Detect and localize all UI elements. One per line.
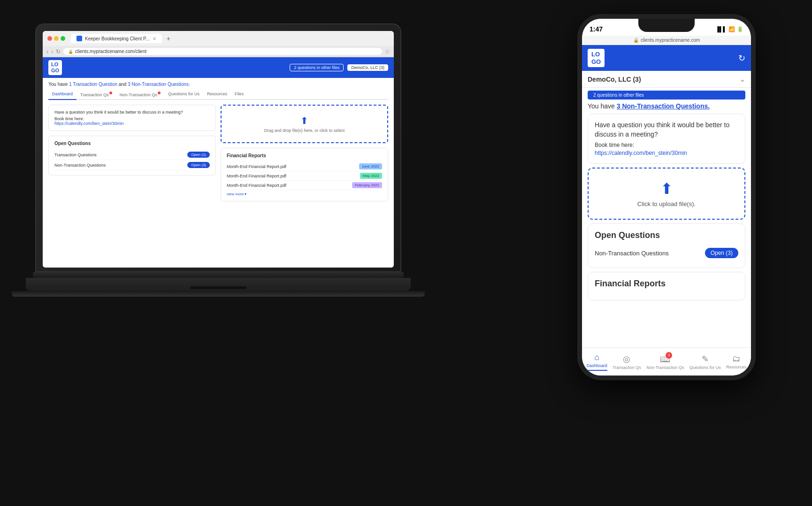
tab-questions-for-us[interactable]: Questions for Us — [164, 90, 203, 99]
scene: Keeper Bookkeeping Client P... ✕ + ‹ › ↻… — [0, 0, 812, 506]
resources-icon: 🗂 — [732, 354, 741, 364]
phone-open-questions: Open Questions Non-Transaction Questions… — [588, 223, 745, 268]
transaction-questions-label: Transaction Questions — [54, 153, 97, 157]
tabs-row: Dashboard Transaction Qs Non-Transaction… — [48, 90, 388, 100]
nav-transaction-label: Transaction Qs — [613, 365, 641, 370]
open-questions-card: Open Questions Transaction Questions Ope… — [48, 136, 216, 176]
nav-dashboard[interactable]: ⌂ Dashboard — [587, 353, 607, 371]
transaction-question-row: Transaction Questions Open (1) — [54, 150, 210, 160]
questions-in-other-files-badge[interactable]: 2 questions in other files — [290, 64, 344, 71]
phone-upload-icon: ⬆ — [600, 180, 733, 198]
url-lock-icon: 🔒 — [633, 38, 639, 43]
phone-upload-text: Click to upload file(s). — [600, 200, 733, 207]
phone-open-badge[interactable]: Open (3) — [705, 248, 738, 258]
reload-button[interactable]: ↻ — [56, 48, 61, 55]
dashboard-content: Have a question you think it would be be… — [48, 105, 388, 201]
nav-active-underline — [587, 370, 607, 371]
add-tab-icon[interactable]: + — [165, 35, 172, 42]
tab-dashboard[interactable]: Dashboard — [48, 90, 77, 100]
non-transaction-open-badge[interactable]: Open (3) — [187, 162, 210, 168]
upload-zone[interactable]: ⬆ Drag and drop file(s) here, or click t… — [221, 105, 388, 143]
left-column: Have a question you think it would be be… — [48, 105, 216, 201]
nav-resources-label: Resources — [726, 365, 746, 369]
logo-line2: GO — [51, 68, 59, 74]
phone-client-name: DemoCo, LLC (3) — [588, 76, 641, 83]
transaction-open-badge[interactable]: Open (1) — [187, 152, 210, 158]
nav-non-transaction-qs[interactable]: 📖 3 Non-Transaction Qs — [646, 354, 684, 370]
address-bar[interactable]: 🔒 clients.mypracticename.com/client — [63, 48, 382, 55]
chevron-down-icon: ▾ — [245, 192, 246, 196]
transaction-question-link[interactable]: 1 Transaction Question — [69, 82, 117, 87]
battery-icon: 🔋 — [737, 26, 743, 32]
phone-url-text: clients.mypracticename.com — [641, 38, 700, 43]
phone-calendly-link[interactable]: https://calendly.com/ben_stein/30min — [595, 150, 687, 156]
back-button[interactable]: ‹ — [46, 48, 48, 55]
tab-non-transaction-qs[interactable]: Non-Transaction Qs — [116, 90, 164, 99]
phone-client-row[interactable]: DemoCo, LLC (3) ⌄ — [582, 71, 751, 88]
minimize-dot[interactable] — [54, 36, 59, 41]
forward-button[interactable]: › — [51, 48, 53, 55]
date-badge-june: June 2022 — [359, 163, 382, 169]
upload-text: Drag and drop file(s) here, or click to … — [227, 128, 382, 133]
tab-transaction-qs[interactable]: Transaction Qs — [77, 90, 116, 99]
non-transaction-question-row: Non-Transaction Questions Open (3) — [54, 160, 210, 170]
nav-questions-label: Questions for Us — [689, 365, 721, 370]
app-body: You have 1 Transaction Question and 3 No… — [43, 78, 394, 268]
tab-close-icon[interactable]: ✕ — [153, 36, 156, 41]
laptop-browser: Keeper Bookkeeping Client P... ✕ + ‹ › ↻… — [43, 31, 394, 268]
maximize-dot[interactable] — [61, 36, 65, 41]
phone-meeting-text: Have a question you think it would be be… — [595, 121, 738, 139]
laptop-screen-inner: Keeper Bookkeeping Client P... ✕ + ‹ › ↻… — [43, 31, 394, 268]
tab-files[interactable]: Files — [231, 90, 247, 99]
view-more-text: view more — [227, 192, 244, 196]
calendly-link[interactable]: https://calendly.com/ben_stein/30min — [54, 121, 123, 126]
phone-status-icons: ▐▌▌ 📶 🔋 — [716, 26, 743, 32]
right-column: ⬆ Drag and drop file(s) here, or click t… — [221, 105, 388, 201]
book-time-label: Book time here: — [54, 116, 210, 121]
close-dot[interactable] — [47, 36, 52, 41]
signal-icon: ▐▌▌ — [716, 26, 727, 32]
app-header: LO GO 2 questions in other files DemoCo,… — [43, 57, 394, 78]
phone-you-have: You have 3 Non-Transaction Questions. — [582, 100, 751, 114]
laptop-screen-outer: Keeper Bookkeeping Client P... ✕ + ‹ › ↻… — [35, 23, 401, 272]
laptop-logo: LO GO — [48, 60, 62, 75]
phone-alert-bar[interactable]: 2 questions in other files — [588, 91, 745, 100]
phone-non-transaction-label: Non-Transaction Questions — [595, 250, 705, 257]
open-questions-title: Open Questions — [54, 141, 210, 146]
phone-upload-zone[interactable]: ⬆ Click to upload file(s). — [588, 168, 745, 220]
refresh-icon[interactable]: ↻ — [738, 53, 745, 63]
phone-book-time-label: Book time here: — [595, 142, 738, 148]
report-label-feb: Month-End Financial Report.pdf — [227, 183, 286, 188]
nav-questions-for-us[interactable]: ✎ Questions for Us — [689, 354, 721, 370]
phone-notch — [638, 19, 695, 32]
phone-header: LO GO ↻ — [582, 45, 751, 71]
tab-resources[interactable]: Resources — [203, 90, 231, 99]
logo-line1: LO — [51, 61, 59, 68]
report-label-may: Month-End Financial Report.pdf — [227, 174, 286, 178]
report-label-june: Month-End Financial Report.pdf — [227, 164, 286, 169]
report-row-june: Month-End Financial Report.pdf June 2022 — [227, 162, 382, 171]
financial-reports-title: Financial Reports — [227, 153, 382, 158]
non-transaction-nav-badge: 3 — [666, 352, 672, 359]
phone-logo: LO GO — [588, 49, 605, 67]
view-more-link[interactable]: view more ▾ — [227, 192, 382, 196]
address-bar-row: ‹ › ↻ 🔒 clients.mypracticename.com/clien… — [43, 46, 394, 57]
phone-outer: 1:47 ▐▌▌ 📶 🔋 🔒 clients.mypracticename.co… — [577, 14, 756, 380]
laptop-notch — [190, 286, 246, 289]
star-icon[interactable]: ☆ — [385, 48, 390, 55]
nav-transaction-qs[interactable]: ◎ Transaction Qs — [613, 354, 641, 370]
laptop-hinge — [33, 272, 404, 278]
browser-tab[interactable]: Keeper Bookkeeping Client P... ✕ — [71, 34, 162, 43]
client-selector[interactable]: DemoCo, LLC (3) — [347, 64, 388, 71]
wifi-icon: 📶 — [728, 26, 735, 32]
nav-dashboard-label: Dashboard — [587, 363, 607, 368]
non-transaction-questions-label: Non-Transaction Questions — [54, 163, 106, 168]
non-transaction-question-link[interactable]: 3 Non-Transaction Questions. — [128, 82, 190, 87]
questions-icon: ✎ — [702, 354, 709, 364]
you-have-text: You have 1 Transaction Question and 3 No… — [48, 82, 388, 87]
report-row-feb: Month-End Financial Report.pdf February … — [227, 181, 382, 190]
phone-non-transaction-link[interactable]: 3 Non-Transaction Questions. — [617, 102, 710, 110]
phone-bottom-nav: ⌂ Dashboard ◎ Transaction Qs 📖 3 Non-Tra — [582, 347, 751, 376]
non-transaction-dot — [158, 92, 161, 94]
nav-resources[interactable]: 🗂 Resources — [726, 354, 746, 369]
